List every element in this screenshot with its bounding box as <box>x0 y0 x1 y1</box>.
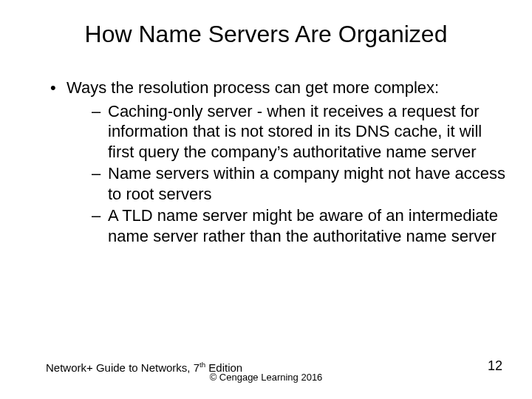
bullet-text: Ways the resolution process can get more… <box>66 78 439 97</box>
slide-title: How Name Servers Are Organized <box>0 0 532 55</box>
bullet-lvl2-item: Caching-only server - when it receives a… <box>92 101 510 163</box>
content-area: Ways the resolution process can get more… <box>0 55 532 246</box>
footer-page-number: 12 <box>488 358 502 374</box>
slide: How Name Servers Are Organized Ways the … <box>0 0 532 399</box>
footer-center: © Cengage Learning 2016 <box>0 372 532 383</box>
footer-left-super: th <box>200 361 205 369</box>
bullet-list-lvl1: Ways the resolution process can get more… <box>22 78 510 246</box>
bullet-lvl2-item: Name servers within a company might not … <box>92 163 510 204</box>
bullet-lvl1-item: Ways the resolution process can get more… <box>50 78 510 246</box>
bullet-list-lvl2: Caching-only server - when it receives a… <box>66 101 510 247</box>
bullet-text: Name servers within a company might not … <box>108 164 505 203</box>
bullet-lvl2-item: A TLD name server might be aware of an i… <box>92 205 510 246</box>
bullet-text: Caching-only server - when it receives a… <box>108 102 482 161</box>
bullet-text: A TLD name server might be aware of an i… <box>108 206 498 245</box>
